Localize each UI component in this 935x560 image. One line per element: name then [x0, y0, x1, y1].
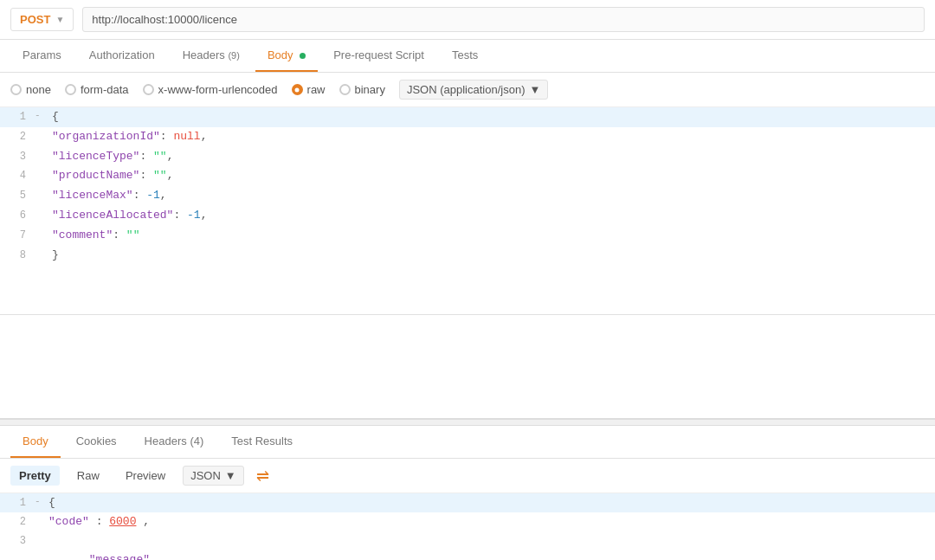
json-format-dropdown[interactable]: JSON (application/json) ▼ [399, 80, 548, 100]
code-line-8: 8 } [0, 246, 935, 266]
request-body-editor[interactable]: 1 - { 2 "organizationId": null, 3 "licen… [0, 107, 935, 315]
response-tab-body[interactable]: Body [10, 426, 61, 458]
option-binary[interactable]: binary [339, 83, 385, 96]
option-form-data[interactable]: form-data [65, 83, 129, 96]
code-line-3: 3 "licenceType": "", [0, 147, 935, 167]
response-format-bar: Pretty Raw Preview JSON ▼ ⇌ [0, 459, 935, 493]
response-body-viewer: 1 - { 2 "code" : 6000 , 3 "message" : "l… [0, 493, 935, 560]
code-line-4: 4 "productName": "", [0, 166, 935, 186]
url-bar: POST ▼ [0, 0, 935, 40]
code-line-6: 6 "licenceAllocated": -1, [0, 206, 935, 226]
radio-form-data [65, 84, 76, 95]
response-tabs-bar: Body Cookies Headers (4) Test Results [0, 426, 935, 459]
radio-raw [292, 84, 303, 95]
tab-headers[interactable]: Headers (9) [171, 40, 252, 72]
response-line-2: 2 "code" : 6000 , [0, 512, 935, 531]
code-line-2: 2 "organizationId": null, [0, 127, 935, 147]
radio-binary [339, 84, 351, 95]
option-urlencoded[interactable]: x-www-form-urlencoded [143, 83, 278, 96]
method-select[interactable]: POST ▼ [10, 8, 74, 31]
response-tab-headers[interactable]: Headers (4) [132, 426, 216, 458]
tab-params[interactable]: Params [10, 40, 74, 72]
wrap-icon[interactable]: ⇌ [256, 467, 269, 486]
toggle-icon[interactable]: - [35, 493, 48, 510]
url-input[interactable] [82, 7, 925, 32]
chevron-down-icon: ▼ [55, 15, 64, 24]
format-raw-button[interactable]: Raw [68, 466, 108, 486]
tab-body[interactable]: Body [255, 40, 318, 72]
code-line-5: 5 "licenceMax": -1, [0, 186, 935, 206]
response-tab-cookies[interactable]: Cookies [64, 426, 129, 458]
format-preview-button[interactable]: Preview [117, 466, 174, 486]
code-line-1: 1 - { [0, 107, 935, 127]
body-options-bar: none form-data x-www-form-urlencoded raw… [0, 73, 935, 107]
format-pretty-button[interactable]: Pretty [10, 466, 60, 486]
method-label: POST [20, 13, 50, 26]
tab-tests[interactable]: Tests [440, 40, 490, 72]
section-divider [0, 419, 935, 426]
editor-spacer [0, 315, 935, 419]
tab-authorization[interactable]: Authorization [77, 40, 167, 72]
chevron-down-icon: ▼ [529, 83, 540, 96]
option-none[interactable]: none [10, 83, 51, 96]
radio-urlencoded [143, 84, 154, 95]
response-format-dropdown[interactable]: JSON ▼ [183, 466, 244, 486]
chevron-down-icon: ▼ [225, 469, 236, 482]
response-line-3: 3 "message" : "licenceAllocated: 必须是正数或零… [0, 531, 935, 560]
response-line-1: 1 - { [0, 493, 935, 512]
body-dot [300, 53, 306, 59]
request-tabs-bar: Params Authorization Headers (9) Body Pr… [0, 40, 935, 73]
radio-none [10, 84, 22, 95]
code-line-7: 7 "comment": "" [0, 226, 935, 246]
option-raw[interactable]: raw [292, 83, 326, 96]
tab-pre-request[interactable]: Pre-request Script [321, 40, 436, 72]
response-tab-test-results[interactable]: Test Results [219, 426, 305, 458]
